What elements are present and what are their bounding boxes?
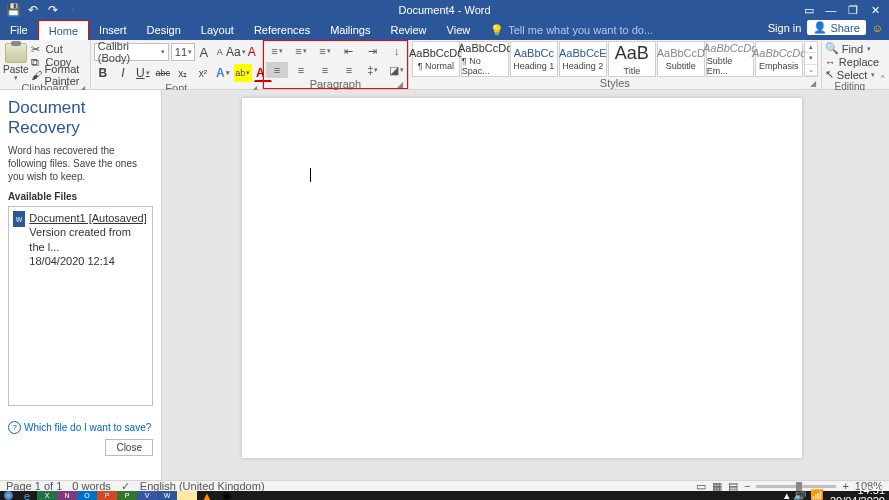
align-right-button[interactable]: ≡ xyxy=(314,62,336,78)
style-emphasis[interactable]: AaBbCcDcEmphasis xyxy=(755,41,803,77)
visio-icon[interactable]: V xyxy=(137,491,157,500)
numbering-button[interactable]: ≡ xyxy=(290,43,312,59)
document-area[interactable] xyxy=(162,90,889,480)
tell-me-search[interactable]: 💡 Tell me what you want to do... xyxy=(490,20,653,40)
select-label: Select xyxy=(837,69,868,81)
tab-insert[interactable]: Insert xyxy=(89,20,137,40)
tab-mailings[interactable]: Mailings xyxy=(320,20,380,40)
styles-gallery-nav[interactable]: ▴▾⌄ xyxy=(804,41,818,77)
quick-access-toolbar: 💾 ↶ ↷ ▾ xyxy=(0,1,82,19)
shading-button[interactable]: ◪ xyxy=(386,62,408,78)
tab-review[interactable]: Review xyxy=(381,20,437,40)
group-clipboard: Paste ▾ ✂Cut ⧉Copy 🖌Format Painter Clipb… xyxy=(0,40,91,89)
cut-button[interactable]: ✂Cut xyxy=(31,42,87,55)
format-painter-button[interactable]: 🖌Format Painter xyxy=(31,68,87,81)
font-size-combo[interactable]: 11 xyxy=(171,43,195,61)
italic-button[interactable]: I xyxy=(114,64,132,82)
bold-button[interactable]: B xyxy=(94,64,112,82)
chrome-icon[interactable]: ◉ xyxy=(217,491,237,500)
tray-icons[interactable]: ▴ 🔊 📶 xyxy=(784,489,824,500)
collapse-ribbon-icon[interactable]: ˄ xyxy=(878,40,889,89)
explorer-icon[interactable] xyxy=(177,491,197,500)
styles-up-icon[interactable]: ▴ xyxy=(805,42,817,53)
group-editing: 🔍Find ↔Replace ↖Select Editing xyxy=(822,40,878,89)
ribbon: Paste ▾ ✂Cut ⧉Copy 🖌Format Painter Clipb… xyxy=(0,40,889,90)
tab-view[interactable]: View xyxy=(437,20,481,40)
bullets-button[interactable]: ≡ xyxy=(266,43,288,59)
vlc-icon[interactable]: ▲ xyxy=(197,491,217,500)
text-effects-button[interactable]: A xyxy=(214,64,232,82)
font-name-combo[interactable]: Calibri (Body) xyxy=(94,43,169,61)
style-normal[interactable]: AaBbCcDc¶ Normal xyxy=(412,41,460,77)
style-heading2[interactable]: AaBbCcEHeading 2 xyxy=(559,41,607,77)
line-spacing-button[interactable]: ‡ xyxy=(362,62,384,78)
save-icon[interactable]: 💾 xyxy=(4,1,22,19)
taskbar-date[interactable]: 20/04/2020 xyxy=(830,495,885,501)
sort-button[interactable]: ↓ xyxy=(386,43,408,59)
tab-design[interactable]: Design xyxy=(137,20,191,40)
page[interactable] xyxy=(242,98,802,458)
close-icon[interactable]: ✕ xyxy=(867,1,883,19)
start-icon[interactable] xyxy=(4,491,13,500)
word-icon[interactable]: W xyxy=(157,491,177,500)
status-bar: Page 1 of 1 0 words ✓ English (United Ki… xyxy=(0,480,889,491)
subscript-button[interactable]: x₂ xyxy=(174,64,192,82)
smiley-icon[interactable]: ☺ xyxy=(872,22,883,34)
minimize-icon[interactable]: — xyxy=(823,1,839,19)
styles-launcher-icon[interactable]: ◢ xyxy=(810,79,816,88)
window-title: Document4 - Word xyxy=(398,4,490,16)
replace-icon: ↔ xyxy=(825,56,836,68)
styles-down-icon[interactable]: ▾ xyxy=(805,53,817,64)
share-button[interactable]: 👤 Share xyxy=(807,20,865,35)
which-file-link[interactable]: Which file do I want to save? xyxy=(8,421,151,434)
align-left-button[interactable]: ≡ xyxy=(266,62,288,78)
available-files-label: Available Files xyxy=(8,191,153,202)
restore-icon[interactable]: ❐ xyxy=(845,1,861,19)
styles-group-label: Styles◢ xyxy=(412,77,818,89)
project-icon[interactable]: P xyxy=(117,491,137,500)
tell-me-placeholder: Tell me what you want to do... xyxy=(508,24,653,36)
highlight-button[interactable]: ab xyxy=(234,64,252,82)
tab-layout[interactable]: Layout xyxy=(191,20,244,40)
replace-button[interactable]: ↔Replace xyxy=(825,55,875,68)
ribbon-options-icon[interactable]: ▭ xyxy=(801,1,817,19)
undo-icon[interactable]: ↶ xyxy=(24,1,42,19)
increase-indent-button[interactable]: ⇥ xyxy=(362,43,384,59)
change-case-button[interactable]: Aa xyxy=(229,43,243,61)
style-heading1[interactable]: AaBbCcHeading 1 xyxy=(510,41,558,77)
multilevel-button[interactable]: ≡ xyxy=(314,43,336,59)
outlook-icon[interactable]: O xyxy=(77,491,97,500)
tab-references[interactable]: References xyxy=(244,20,320,40)
styles-more-icon[interactable]: ⌄ xyxy=(805,65,817,76)
paste-button[interactable]: Paste ▾ xyxy=(3,41,29,82)
style-title[interactable]: AaBTitle xyxy=(608,41,656,77)
grow-font-button[interactable]: A xyxy=(197,43,211,61)
qat-customize-icon[interactable]: ▾ xyxy=(64,1,82,19)
clear-format-button[interactable]: A xyxy=(245,43,259,61)
redo-icon[interactable]: ↷ xyxy=(44,1,62,19)
excel-icon[interactable]: X xyxy=(37,491,57,500)
group-styles: AaBbCcDc¶ Normal AaBbCcDc¶ No Spac... Aa… xyxy=(409,40,822,89)
ribbon-tabs: File Home Insert Design Layout Reference… xyxy=(0,20,889,40)
decrease-indent-button[interactable]: ⇤ xyxy=(338,43,360,59)
signin-link[interactable]: Sign in xyxy=(768,22,802,34)
shrink-font-button[interactable]: A xyxy=(213,43,227,61)
tab-file[interactable]: File xyxy=(0,20,38,40)
align-center-button[interactable]: ≡ xyxy=(290,62,312,78)
style-subtitle[interactable]: AaBbCcDSubtitle xyxy=(657,41,705,77)
underline-button[interactable]: U xyxy=(134,64,152,82)
recovery-close-button[interactable]: Close xyxy=(105,439,153,456)
style-no-spacing[interactable]: AaBbCcDc¶ No Spac... xyxy=(461,41,509,77)
ie-icon[interactable]: e xyxy=(17,491,37,500)
paragraph-launcher-icon[interactable]: ◢ xyxy=(397,80,403,89)
justify-button[interactable]: ≡ xyxy=(338,62,360,78)
tab-home[interactable]: Home xyxy=(38,20,89,40)
recovery-file-item[interactable]: W Document1 [Autosaved] Version created … xyxy=(13,211,148,268)
powerpoint-icon[interactable]: P xyxy=(97,491,117,500)
style-subtle-emphasis[interactable]: AaBbCcDcSubtle Em... xyxy=(706,41,754,77)
strike-button[interactable]: abc xyxy=(154,64,172,82)
select-button[interactable]: ↖Select xyxy=(825,68,875,81)
find-button[interactable]: 🔍Find xyxy=(825,42,875,55)
onenote-icon[interactable]: N xyxy=(57,491,77,500)
superscript-button[interactable]: x² xyxy=(194,64,212,82)
